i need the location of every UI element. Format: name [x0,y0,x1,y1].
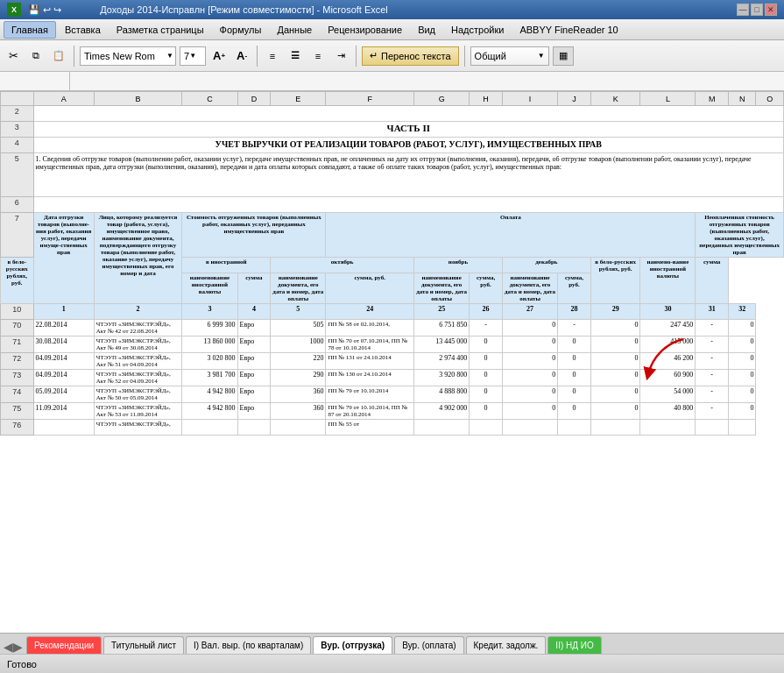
row72-nov-doc[interactable]: 0 [470,353,503,370]
row74-unpaid-byr[interactable]: 54 000 [640,386,696,403]
number-format-dropdown[interactable]: Общий ▼ [470,46,549,66]
row70-unpaid-cur[interactable]: - [696,320,729,336]
row74-nov-sum[interactable]: 0 [502,386,557,403]
col-m-header[interactable]: M [696,92,729,106]
col-l-header[interactable]: L [640,92,696,106]
col-d-header[interactable]: D [237,92,271,106]
decrease-font-button[interactable]: A- [232,46,251,66]
align-center-button[interactable]: ☰ [286,46,305,66]
row74-unpaid-cur[interactable]: - [696,386,729,403]
row71-unpaid-sum[interactable]: 0 [729,336,756,353]
row76-nov-doc[interactable] [470,420,503,436]
row72-nov-sum[interactable]: 0 [502,353,557,370]
tab-scroll-right-icon[interactable]: ▶ [13,640,23,654]
row71-oct-doc[interactable]: ПП № 70 от 07.10.2014, ПП № 78 от 10.10.… [326,336,414,353]
note-cell[interactable]: 1. Сведения об отгрузке товаров (выполне… [33,153,783,197]
row70-currency[interactable]: Евро [237,320,271,336]
menu-page-layout[interactable]: Разметка страницы [109,21,211,39]
row76-unpaid-sum[interactable] [729,420,756,436]
row76-nov-sum[interactable] [502,420,557,436]
align-left-button[interactable]: ≡ [263,46,282,66]
row76-dec-sum[interactable] [590,420,640,436]
col-i-header[interactable]: I [502,92,557,106]
row70-nov-doc[interactable]: - [470,320,503,336]
row73-unpaid-cur[interactable]: - [696,370,729,386]
cut-button[interactable]: ✂ [4,46,23,66]
row72-dec-sum[interactable]: 0 [590,353,640,370]
row71-entity[interactable]: ЧТЭУП «ЗИМЭКСТРЭЙД», Акт № 49 от 30.08.2… [94,336,182,353]
row73-entity[interactable]: ЧТЭУП «ЗИМЭКСТРЭЙД», Акт № 52 от 04.09.2… [94,370,182,386]
row74-oct-sum[interactable]: 4 888 800 [414,386,470,403]
row70-amount[interactable]: 505 [271,320,326,336]
row71-nov-sum[interactable]: 0 [502,336,557,353]
row72-oct-sum[interactable]: 2 974 400 [414,353,470,370]
tab-recommendations[interactable]: Рекомендации [26,636,102,654]
row73-byr[interactable]: 3 981 700 [182,370,237,386]
col-n-header[interactable]: N [729,92,756,106]
name-box[interactable] [0,72,70,90]
format-cells-button[interactable]: ▦ [553,46,574,66]
row71-nov-doc[interactable]: 0 [470,336,503,353]
tab-vur-oplata[interactable]: Вур. (оплата) [394,636,463,654]
row76-amount[interactable] [271,420,326,436]
row70-date[interactable]: 22.08.2014 [33,320,94,336]
row71-currency[interactable]: Евро [237,336,271,353]
row73-nov-sum[interactable]: 0 [502,370,557,386]
wrap-text-button[interactable]: ↵ Перенос текста [362,46,459,66]
window-controls[interactable]: — □ ✕ [737,4,777,16]
row70-entity[interactable]: ЧТЭУП «ЗИМЭКСТРЭЙД», Акт № 42 от 22.08.2… [94,320,182,336]
row72-amount[interactable]: 220 [271,353,326,370]
row75-date[interactable]: 11.09.2014 [33,403,94,420]
font-name-box[interactable]: Times New Rom ▼ [80,46,176,66]
row76-byr[interactable] [182,420,237,436]
row73-currency[interactable]: Евро [237,370,271,386]
part-ii-cell[interactable]: ЧАСТЬ II [33,122,783,138]
row70-dec-doc[interactable]: - [558,320,591,336]
align-right-button[interactable]: ≡ [308,46,328,66]
maximize-button[interactable]: □ [751,4,763,16]
row73-oct-doc[interactable]: ПП № 130 от 24.10.2014 [326,370,414,386]
row71-amount[interactable]: 1000 [271,336,326,353]
indent-button[interactable]: ⇥ [331,46,350,66]
col-f-header[interactable]: F [326,92,414,106]
row75-dec-sum[interactable]: 0 [590,403,640,420]
row72-dec-doc[interactable]: 0 [558,353,591,370]
row73-dec-doc[interactable]: 0 [558,370,591,386]
col-o-header[interactable]: O [756,92,784,106]
row73-dec-sum[interactable]: 0 [590,370,640,386]
row73-amount[interactable]: 290 [271,370,326,386]
row71-dec-doc[interactable]: 0 [558,336,591,353]
col-g-header[interactable]: G [414,92,470,106]
row72-oct-doc[interactable]: ПП № 131 от 24.10.2014 [326,353,414,370]
row72-unpaid-cur[interactable]: - [696,353,729,370]
row75-unpaid-byr[interactable]: 40 800 [640,403,696,420]
row71-byr[interactable]: 13 860 000 [182,336,237,353]
col-e-header[interactable]: E [271,92,326,106]
menu-view[interactable]: Вид [411,21,442,39]
row71-oct-sum[interactable]: 13 445 000 [414,336,470,353]
font-size-box[interactable]: 7 ▼ [180,46,206,66]
row76-unpaid-byr[interactable] [640,420,696,436]
row74-currency[interactable]: Евро [237,386,271,403]
menu-insert[interactable]: Вставка [58,21,108,39]
row73-oct-sum[interactable]: 3 920 800 [414,370,470,386]
row76-oct-doc[interactable]: ПП № 55 от [326,420,414,436]
row75-dec-doc[interactable]: 0 [558,403,591,420]
tab-title-page[interactable]: Титульный лист [103,636,184,654]
row75-oct-doc[interactable]: ПП № 79 от 10.10.2014, ПП № 87 от 20.10.… [326,403,414,420]
menu-addins[interactable]: Надстройки [444,21,511,39]
row72-unpaid-sum[interactable]: 0 [729,353,756,370]
tab-vur-otgruzka[interactable]: Вур. (отгрузка) [313,636,392,654]
row74-byr[interactable]: 4 942 800 [182,386,237,403]
menu-data[interactable]: Данные [270,21,319,39]
increase-font-button[interactable]: A+ [209,46,229,66]
row74-dec-doc[interactable]: 0 [558,386,591,403]
row70-oct-sum[interactable]: 6 751 850 [414,320,470,336]
row75-unpaid-sum[interactable]: 0 [729,403,756,420]
row70-byr[interactable]: 6 999 300 [182,320,237,336]
row71-unpaid-cur[interactable]: - [696,336,729,353]
row75-oct-sum[interactable]: 4 902 000 [414,403,470,420]
row74-nov-doc[interactable]: 0 [470,386,503,403]
row73-nov-doc[interactable]: 0 [470,370,503,386]
row75-entity[interactable]: ЧТЭУП «ЗИМЭКСТРЭЙД», Акт № 53 от 11.09.2… [94,403,182,420]
